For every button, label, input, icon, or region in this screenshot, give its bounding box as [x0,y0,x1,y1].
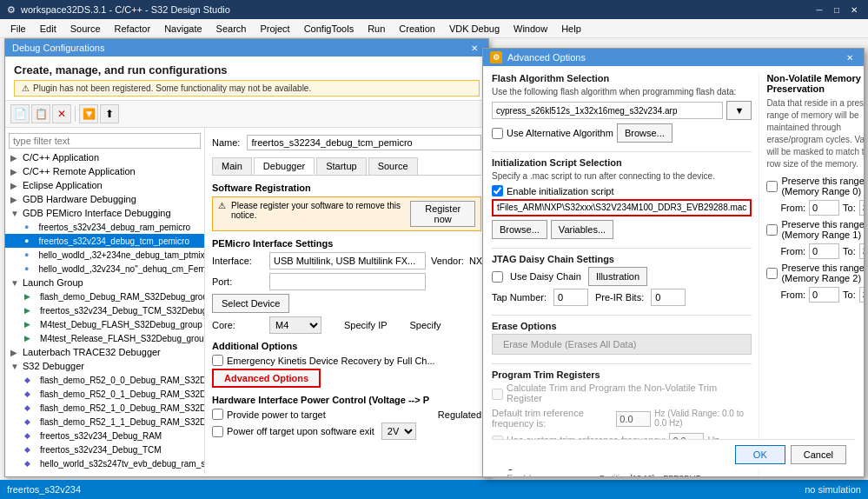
menu-file[interactable]: File [3,19,33,38]
name-label: Name: [212,137,240,148]
menu-window[interactable]: Window [507,19,554,38]
nvm-range-1-from-input[interactable] [809,243,839,259]
dialog-body: ▶ C/C++ Application ▶ C/C++ Remote Appli… [5,128,488,474]
tree-item-freertos-debug-ram[interactable]: ● freertos_s32v234_debug_ram_pemicro [5,220,204,234]
tree-item-freertos-tcm[interactable]: ◆ freertos_s32v234_Debug_TCM [5,442,204,456]
use-daisy-checkbox[interactable] [492,271,503,283]
tree-item-hello-world-debug-ram[interactable]: ● hello_wodld_,32+234ne_debug_tam_ptmixt… [5,248,204,262]
nvm-range-1-from-label: From: [780,246,805,256]
menu-navigate[interactable]: Navigate [157,19,209,38]
menu-refactor[interactable]: Refactor [108,19,158,38]
use-alternative-checkbox[interactable] [492,128,503,139]
tree-item-hello-s32v234-ram[interactable]: ◆ hello_world_s32v234_new_Debug_RAM [5,470,204,474]
new-config-button[interactable]: 📄 [10,104,30,123]
core-select[interactable]: M4 [269,316,321,334]
tree-label: M4test_Release_FLASH_S32Debug_group [40,334,205,343]
nvm-range-0-checkbox[interactable] [766,181,778,192]
menu-vdk-debug[interactable]: VDK Debug [442,19,507,38]
expand-icon: ▶ [10,167,19,176]
tab-source[interactable]: Source [368,157,418,175]
register-now-button[interactable]: Register now [410,201,475,227]
advanced-options-button[interactable]: Advanced Options [212,369,321,388]
tree-item-cpp-app[interactable]: ▶ C/C++ Application [5,150,204,164]
nvm-range-1-checkbox[interactable] [766,224,778,236]
tree-item-flash-r52-01[interactable]: ◆ flash_demo_R52_0_1_Debug_RAM_S32Debug [5,387,204,401]
menu-configtools[interactable]: ConfigTools [297,19,361,38]
dialog-toolbar: 📄 📋 ✕ 🔽 ⬆ [5,101,488,128]
tree-item-flash-r52-10[interactable]: ◆ flash_demo_R52_1_0_Debug_RAM_S32Debug [5,401,204,415]
additional-options: Additional Options Emergency Kinetis Dev… [212,341,481,388]
duplicate-button[interactable]: 📋 [31,104,50,123]
filter-input[interactable] [9,133,201,149]
flash-algo-dropdown[interactable]: ▼ [726,101,752,120]
tree-item-flash-r52-11[interactable]: ◆ flash_demo_R52_1_1_Debug_RAM_S32Debug [5,415,204,429]
voltage-select[interactable]: 2V [381,422,416,440]
tree-item-cpp-remote[interactable]: ▶ C/C++ Remote Application [5,164,204,178]
tree-item-launch-group[interactable]: ▼ Launch Group [5,276,204,289]
debug-dialog-close[interactable]: ✕ [467,41,481,55]
tree-item-gdb-hw[interactable]: ▶ GDB Hardware Debugging [5,192,204,206]
menu-source[interactable]: Source [63,19,108,38]
menu-run[interactable]: Run [361,19,392,38]
nvm-range-1-to-input[interactable] [859,243,864,259]
tap-number-input[interactable] [553,289,588,306]
ok-button[interactable]: OK [735,445,785,464]
calculate-trim-checkbox[interactable] [492,389,503,400]
menu-edit[interactable]: Edit [33,19,63,38]
minimize-button[interactable]: ─ [812,3,826,17]
tree-item-flash-r52-00[interactable]: ◆ flash_demo_R52_0_0_Debug_RAM_S32Debug [5,373,204,387]
menu-help[interactable]: Help [554,19,588,38]
nvm-range-2-checkbox[interactable] [766,268,778,279]
delete-button[interactable]: ✕ [52,104,71,123]
flash-algo-desc: Use the following flash algorithm when p… [492,86,752,97]
power-off-checkbox[interactable] [212,426,223,437]
tree-item-lauterbach[interactable]: ▶ Lauterbach TRACE32 Debugger [5,345,204,359]
interface-input[interactable] [269,252,426,269]
tab-main[interactable]: Main [212,157,252,175]
flash-algo-input[interactable] [492,102,723,119]
status-left: freertos_s32v234 [7,484,81,495]
tree-item-freertos-tcm-group[interactable]: ▶ freertos_s32v234_Debug_TCM_S32Debug_gr… [5,303,204,317]
emergency-kinetis-checkbox[interactable] [212,355,223,366]
menu-project[interactable]: Project [253,19,296,38]
tab-debugger[interactable]: Debugger [254,157,315,175]
erase-module-button[interactable]: Erase Module (Erases All Data) [492,334,752,355]
tree-label: freertos_s32v234_debug_tcm_pemicro [39,236,189,246]
default-freq-input[interactable] [616,411,651,427]
provide-power-checkbox[interactable] [212,409,223,420]
init-variables-button[interactable]: Variables... [551,220,613,239]
tree-item-eclipse-app[interactable]: ▶ Eclipse Application [5,178,204,192]
illustration-button[interactable]: Illustration [588,267,647,286]
menu-search[interactable]: Search [209,19,254,38]
nvm-range-2-to-input[interactable] [859,287,864,303]
close-button[interactable]: ✕ [847,3,861,17]
filter-button[interactable]: 🔽 [79,104,98,123]
tab-startup[interactable]: Startup [316,157,366,175]
init-browse-button[interactable]: Browse... [492,220,547,239]
tree-item-freertos-debug-tcm[interactable]: ● freertos_s32v234_debug_tcm_pemicro [5,234,204,248]
adv-dialog-close[interactable]: ✕ [843,50,857,64]
config-name-input[interactable] [247,135,481,150]
flash-browse-button[interactable]: Browse... [617,123,673,143]
tree-item-gdb-pemicro[interactable]: ▼ GDB PEMicro Interface Debugging [5,206,204,220]
tree-item-m4test-flash-group[interactable]: ▶ M4test_Debug_FLASH_S32Debug_group [5,317,204,331]
tree-item-flash-demo-group[interactable]: ▶ flash_demo_Debug_RAM_S32Debug_group [5,289,204,303]
tree-item-m4test-release-group[interactable]: ▶ M4test_Release_FLASH_S32Debug_group [5,331,204,345]
maximize-button[interactable]: □ [830,3,844,17]
tree-item-s32-debugger[interactable]: ▼ S32 Debugger [5,359,204,373]
select-device-button[interactable]: Select Device [212,294,289,313]
tree-item-freertos-ram[interactable]: ◆ freertos_s32v234_Debug_RAM [5,429,204,442]
nvm-range-0-to-input[interactable] [859,200,864,216]
port-input[interactable] [269,273,426,290]
collapse-button[interactable]: ⬆ [100,104,119,123]
nvm-range-0-from-input[interactable] [809,200,839,216]
cancel-button[interactable]: Cancel [791,445,846,464]
enable-init-checkbox[interactable] [492,185,503,196]
calculate-trim-row: Calculate Trim and Program the Non-Volat… [492,383,752,405]
tree-item-hello-world-debug-tcm[interactable]: ● hello_wodld_,32v234_no"_dehuq_cm_Femic… [5,262,204,276]
menu-creation[interactable]: Creation [392,19,442,38]
hardware-power-control: Hardware Interface Power Control (Voltag… [212,395,481,440]
tree-item-hello-s247[interactable]: ◆ hello_world_s32s247tv_evb_debug_ram_s3… [5,456,204,470]
preir-bits-input[interactable] [651,289,686,306]
nvm-range-2-from-input[interactable] [809,287,839,303]
